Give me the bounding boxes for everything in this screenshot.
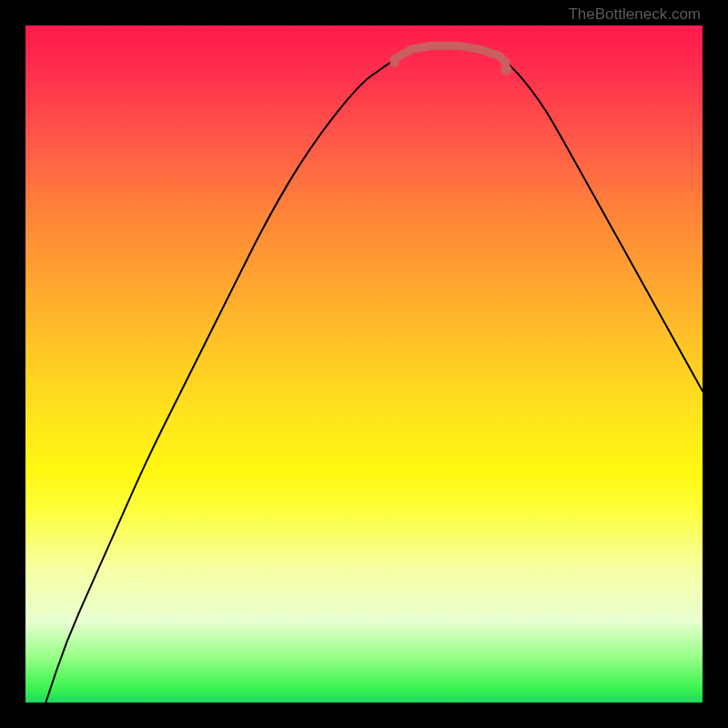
bottleneck-curve	[46, 46, 703, 703]
plot-area	[25, 25, 703, 703]
svg-point-0	[389, 58, 399, 67]
highlight-overlay	[389, 46, 511, 75]
svg-point-1	[500, 64, 511, 75]
attribution-text: TheBottleneck.com	[568, 5, 701, 24]
curve-svg	[25, 25, 703, 703]
chart-frame: TheBottleneck.com	[0, 0, 728, 728]
